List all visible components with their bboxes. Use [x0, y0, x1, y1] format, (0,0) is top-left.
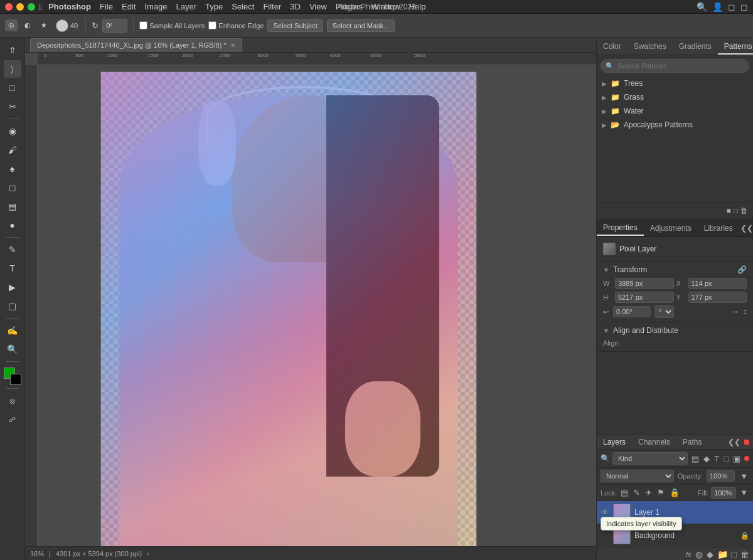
enhance-edge-checkbox[interactable]	[208, 21, 216, 29]
delete-pattern-button[interactable]: 🗑	[739, 205, 749, 216]
align-collapse-icon[interactable]: ▼	[603, 327, 609, 334]
hand-tool[interactable]: ✍	[4, 322, 21, 339]
angle-unit-select[interactable]: °	[654, 305, 674, 318]
tab-close-button[interactable]: ✕	[230, 42, 235, 49]
type-filter-button[interactable]: T	[713, 453, 720, 465]
flip-vert-icon[interactable]: ↕	[743, 307, 747, 316]
pattern-water[interactable]: ▶ 📁 Water	[597, 104, 753, 118]
tab-layers[interactable]: Layers	[597, 435, 632, 449]
lasso-tool[interactable]: 〉	[4, 60, 21, 78]
user-icon[interactable]: 👤	[712, 2, 723, 12]
share-icon[interactable]: ◻	[728, 2, 735, 12]
lock-artboard-button[interactable]: ⚑	[656, 487, 666, 499]
link-aspect-button[interactable]: 🔗	[737, 265, 747, 274]
y-input[interactable]	[688, 292, 747, 303]
angle-input[interactable]	[102, 19, 127, 33]
path-select-tool[interactable]: ▶	[4, 278, 21, 296]
magic-wand-tool-button[interactable]: ★	[38, 19, 50, 31]
menu-select[interactable]: Select	[229, 2, 257, 11]
tab-gradients[interactable]: Gradients	[673, 40, 718, 55]
layer-background-row[interactable]: 👁 Background 🔒 Indicates layer visibilit…	[597, 524, 753, 547]
menu-image[interactable]: Image	[142, 2, 169, 11]
menu-3d[interactable]: 3D	[287, 2, 303, 11]
document-tab[interactable]: Depositphotos_518717440_XL.jpg @ 16% (La…	[30, 38, 242, 52]
lock-position-button[interactable]: ✎	[632, 487, 641, 499]
healing-brush-tool[interactable]: ◉	[4, 122, 21, 140]
shape-filter-button[interactable]: □	[722, 453, 730, 465]
opacity-dropdown[interactable]: ▼	[739, 470, 749, 482]
flip-horiz-icon[interactable]: ↔	[732, 307, 739, 316]
tab-adjustments[interactable]: Adjustments	[644, 221, 698, 235]
new-pattern-button[interactable]: □	[732, 205, 739, 216]
tab-patterns[interactable]: Patterns	[718, 40, 753, 55]
layers-collapse-button[interactable]: ❮❮	[727, 436, 742, 448]
lock-move-button[interactable]: ✈	[644, 487, 653, 499]
tab-channels[interactable]: Channels	[632, 435, 676, 449]
height-input[interactable]	[615, 292, 674, 303]
maximize-button[interactable]	[28, 3, 35, 11]
transform-collapse-icon[interactable]: ▼	[603, 267, 609, 273]
marquee-tool[interactable]: □	[4, 79, 21, 97]
dodge-tool[interactable]: ●	[4, 216, 21, 234]
angle-input[interactable]	[613, 306, 651, 317]
zoom-tool[interactable]: 🔍	[4, 341, 21, 358]
background-color[interactable]	[10, 374, 21, 385]
opacity-input[interactable]	[707, 470, 735, 482]
add-mask-button[interactable]: ◍	[695, 549, 703, 559]
add-layer-button[interactable]: □	[732, 549, 737, 559]
minimize-button[interactable]	[16, 3, 24, 11]
lock-pixels-button[interactable]: ▤	[619, 487, 629, 499]
select-subject-button[interactable]: Select Subject	[267, 19, 323, 32]
select-mask-button[interactable]: Select and Mask...	[327, 19, 395, 32]
blend-mode-select[interactable]: Normal	[601, 470, 674, 482]
menu-filter[interactable]: Filter	[260, 2, 284, 11]
x-input[interactable]	[688, 278, 747, 289]
patterns-search-input[interactable]	[601, 59, 749, 73]
stamp-tool[interactable]: ♠	[4, 160, 21, 177]
layers-kind-filter[interactable]: Kind	[612, 452, 688, 465]
type-tool[interactable]: T	[4, 260, 21, 277]
tab-color[interactable]: Color	[597, 40, 628, 55]
pixel-filter-button[interactable]: ▤	[690, 453, 700, 465]
gradient-tool[interactable]: ▤	[4, 198, 21, 215]
add-adjustment-button[interactable]: ◆	[707, 549, 713, 559]
pattern-grass[interactable]: ▶ 📁 Grass	[597, 90, 753, 104]
move-tool[interactable]: ⇧	[4, 41, 21, 59]
width-input[interactable]	[615, 278, 674, 289]
tab-paths[interactable]: Paths	[676, 435, 708, 449]
expand-icon[interactable]: ◻	[740, 2, 748, 12]
filter-toggle[interactable]	[744, 456, 749, 461]
menu-type[interactable]: Type	[203, 2, 225, 11]
search-icon[interactable]: 🔍	[697, 2, 707, 12]
fill-input[interactable]	[711, 487, 736, 499]
menu-file[interactable]: File	[97, 2, 115, 11]
menu-layer[interactable]: Layer	[174, 2, 200, 11]
eraser-tool[interactable]: ◻	[4, 179, 21, 196]
menu-photoshop[interactable]: Photoshop	[46, 2, 93, 11]
canvas-viewport[interactable]	[38, 65, 596, 546]
delete-layer-button[interactable]: 🗑	[740, 549, 749, 559]
pattern-trees[interactable]: ▶ 📁 Trees	[597, 77, 753, 90]
lock-all-button[interactable]: 🔒	[668, 487, 681, 499]
add-group-button[interactable]: 📁	[717, 549, 728, 559]
close-button[interactable]	[5, 3, 13, 11]
adjustment-filter-button[interactable]: ◆	[702, 453, 711, 465]
menu-edit[interactable]: Edit	[119, 2, 138, 11]
properties-collapse-button[interactable]: ❮❮	[739, 223, 753, 234]
menu-view[interactable]: View	[307, 2, 329, 11]
smart-filter-button[interactable]: ▣	[732, 453, 742, 465]
new-group-button[interactable]: ■	[725, 205, 732, 216]
brush-tool-button[interactable]: ◎	[5, 19, 18, 31]
layer-1-visibility-icon[interactable]: 👁	[601, 507, 609, 517]
shape-tool[interactable]: ▢	[4, 297, 21, 315]
tab-libraries[interactable]: Libraries	[698, 221, 739, 235]
sample-all-layers-checkbox[interactable]	[139, 21, 147, 29]
quick-selection-tool-button[interactable]: ◐	[21, 19, 34, 31]
brush-tool[interactable]: 🖌	[4, 141, 21, 159]
status-arrow[interactable]: ›	[147, 550, 149, 557]
crop-tool[interactable]: ✂	[4, 98, 21, 115]
layer-fx-button[interactable]: fx	[686, 551, 692, 558]
screen-mode[interactable]: ☍	[4, 411, 21, 428]
fill-dropdown[interactable]: ▼	[739, 487, 749, 499]
quick-mask-mode[interactable]: ◎	[4, 392, 21, 409]
